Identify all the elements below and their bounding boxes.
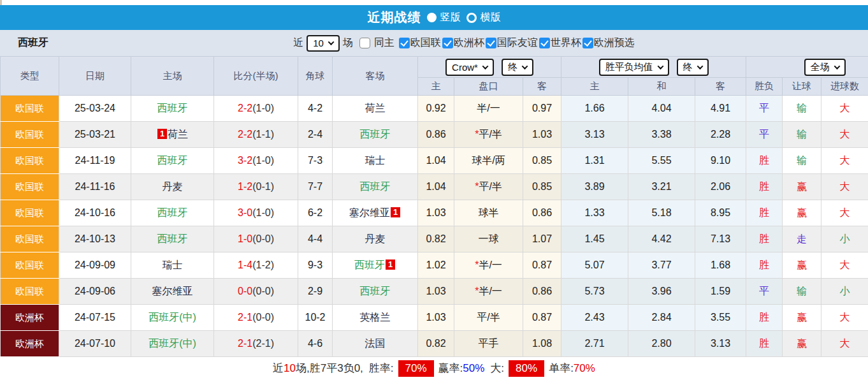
league-checkbox[interactable]: 欧洲预选 xyxy=(582,36,635,50)
handicap-away-odds-cell: 0.86 xyxy=(523,200,561,226)
corner-cell: 10-2 xyxy=(298,305,333,331)
result-cell: 胜 xyxy=(746,252,783,279)
summary-record: 场,胜7平3负0, xyxy=(296,361,363,376)
handicap-away-odds-cell: 0.87 xyxy=(523,252,561,279)
handicap-away-odds-cell: 0.97 xyxy=(523,96,561,122)
big-rate-badge: 80% xyxy=(509,360,544,377)
match-row: 欧国联24-10-13西班牙1-0(0-0)4-4丹麦0.82一球1.071.4… xyxy=(1,226,868,252)
avg-group-header: 胜平负均值 终 xyxy=(561,57,746,78)
avg-draw-odds-cell: 4.42 xyxy=(628,226,695,252)
score-cell: 0-0(0-0) xyxy=(214,279,298,305)
filter-controls: 近 10 场 同主 欧国联欧洲杯国际友谊世界杯欧洲预选 xyxy=(293,35,635,52)
away-team-cell: 西班牙 xyxy=(333,174,418,200)
goals-result-cell: 小 xyxy=(821,226,868,252)
avg-draw-odds-cell: 5.55 xyxy=(628,148,695,174)
near-label: 近 xyxy=(293,36,303,50)
goals-result-cell: 大 xyxy=(821,252,868,279)
chevron-down-icon xyxy=(328,39,334,45)
league-type-cell: 欧国联 xyxy=(1,96,59,122)
chevron-down-icon xyxy=(482,63,488,69)
corner-cell: 4-2 xyxy=(298,96,333,122)
away-team-cell: 塞尔维亚1 xyxy=(333,200,418,226)
summary-bar: 近10场,胜7平3负0, 胜率:70% 赢率:50% 大:80% 单率:70% xyxy=(0,357,868,379)
away-team-cell: 西班牙1 xyxy=(333,252,418,279)
handicap-away-odds-cell: 0.87 xyxy=(523,305,561,331)
date-cell: 24-09-06 xyxy=(59,279,131,305)
chevron-down-icon xyxy=(657,63,663,69)
horizontal-layout-label: 横版 xyxy=(481,11,501,24)
col-header-type: 类型 xyxy=(1,57,59,96)
match-row: 欧国联24-11-16丹麦1-2(0-1)7-7西班牙1.04*平/半0.853… xyxy=(1,174,868,200)
handicap-away-odds-cell: 1.07 xyxy=(523,226,561,252)
score-cell: 2-2(1-1) xyxy=(214,122,298,148)
scope-select[interactable]: 全场 xyxy=(804,59,846,76)
home-team-cell: 西班牙 xyxy=(131,226,214,252)
avg-away-odds-cell: 3.55 xyxy=(695,305,746,331)
league-type-cell: 欧洲杯 xyxy=(1,331,59,357)
handicap-away-odds-cell: 0.85 xyxy=(523,148,561,174)
avg-away-odds-cell: 3.13 xyxy=(695,331,746,357)
corner-cell: 6-2 xyxy=(298,200,333,226)
handicap-home-odds-cell: 1.04 xyxy=(418,174,454,200)
score-cell: 1-2(0-1) xyxy=(214,174,298,200)
yield-rate-value: 50% xyxy=(463,362,484,375)
home-team-cell: 西班牙(中) xyxy=(131,331,214,357)
title-bar: 近期战绩 竖版 横版 xyxy=(0,5,868,30)
vertical-layout-label: 竖版 xyxy=(440,11,461,24)
vertical-layout-radio[interactable]: 竖版 xyxy=(427,11,461,24)
handicap-result-cell: 赢 xyxy=(783,252,821,279)
goals-result-cell: 大 xyxy=(821,200,868,226)
goals-result-cell: 大 xyxy=(821,122,868,148)
match-row: 欧国联24-09-09瑞士1-4(1-2)9-3西班牙11.02*半/一0.87… xyxy=(1,252,868,279)
handicap-line-cell: 平/半 xyxy=(454,305,523,331)
handicap-line-cell: *平/半 xyxy=(454,122,523,148)
result-cell: 平 xyxy=(746,279,783,305)
avg-away-odds-cell: 7.13 xyxy=(695,226,746,252)
handicap-home-odds-cell: 1.03 xyxy=(418,279,454,305)
corner-cell: 4-6 xyxy=(298,331,333,357)
corner-cell: 7-7 xyxy=(298,174,333,200)
goals-result-cell: 大 xyxy=(821,174,868,200)
result-cell: 胜 xyxy=(746,305,783,331)
sub-header-avg-home: 主 xyxy=(561,78,628,96)
date-cell: 24-11-16 xyxy=(59,174,131,200)
handicap-away-odds-cell: 1.08 xyxy=(523,331,561,357)
score-cell: 2-1(2-1) xyxy=(214,331,298,357)
bookmaker-period-select[interactable]: 终 xyxy=(502,59,533,76)
avg-period-select[interactable]: 终 xyxy=(677,59,709,76)
sub-header-home-odds: 主 xyxy=(418,78,454,96)
goals-result-cell: 大 xyxy=(821,96,868,122)
red-card-badge: 1 xyxy=(157,129,167,139)
match-row: 欧国联24-09-06塞尔维亚0-0(0-0)2-9西班牙1.03*半/一0.8… xyxy=(1,279,868,305)
match-count-select[interactable]: 10 xyxy=(307,35,340,52)
avg-draw-odds-cell: 3.21 xyxy=(628,174,695,200)
league-label: 世界杯 xyxy=(551,36,581,50)
league-checkbox[interactable]: 世界杯 xyxy=(539,36,581,50)
match-row: 欧洲杯24-07-10西班牙(中)2-1(2-1)4-6法国0.82平手1.08… xyxy=(1,331,868,357)
corner-cell: 9-3 xyxy=(298,252,333,279)
league-type-cell: 欧国联 xyxy=(1,252,59,279)
handicap-home-odds-cell: 1.04 xyxy=(418,148,454,174)
sub-header-goals: 进球数 xyxy=(821,78,868,96)
match-row: 欧洲杯24-07-15西班牙(中)2-1(0-0)10-2英格兰1.03平/半0… xyxy=(1,305,868,331)
avg-home-odds-cell: 2.71 xyxy=(561,331,628,357)
horizontal-layout-radio[interactable]: 横版 xyxy=(467,11,501,24)
corner-cell: 2-9 xyxy=(298,279,333,305)
same-home-checkbox[interactable]: 同主 xyxy=(359,36,394,50)
avg-away-odds-cell: 2.06 xyxy=(695,174,746,200)
handicap-line-cell: *半/一 xyxy=(454,279,523,305)
league-checkbox[interactable]: 欧国联 xyxy=(399,36,441,50)
league-type-cell: 欧国联 xyxy=(1,174,59,200)
checkbox-icon xyxy=(442,38,453,48)
league-checkbox[interactable]: 欧洲杯 xyxy=(442,36,484,50)
filter-bar: 西班牙 近 10 场 同主 欧国联欧洲杯国际友谊世界杯欧洲预选 xyxy=(0,30,868,56)
handicap-away-odds-cell: 0.85 xyxy=(523,174,561,200)
radio-selected-icon xyxy=(427,13,437,22)
league-label: 欧洲预选 xyxy=(594,36,635,50)
bookmaker-select[interactable]: Crow* xyxy=(445,59,494,76)
match-row: 欧国联25-03-211荷兰2-2(1-1)2-4西班牙0.86*平/半1.03… xyxy=(1,122,868,148)
avg-type-select[interactable]: 胜平负均值 xyxy=(599,59,669,76)
home-team-cell: 瑞士 xyxy=(131,252,214,279)
away-team-cell: 丹麦 xyxy=(333,226,418,252)
league-checkbox[interactable]: 国际友谊 xyxy=(486,36,538,50)
